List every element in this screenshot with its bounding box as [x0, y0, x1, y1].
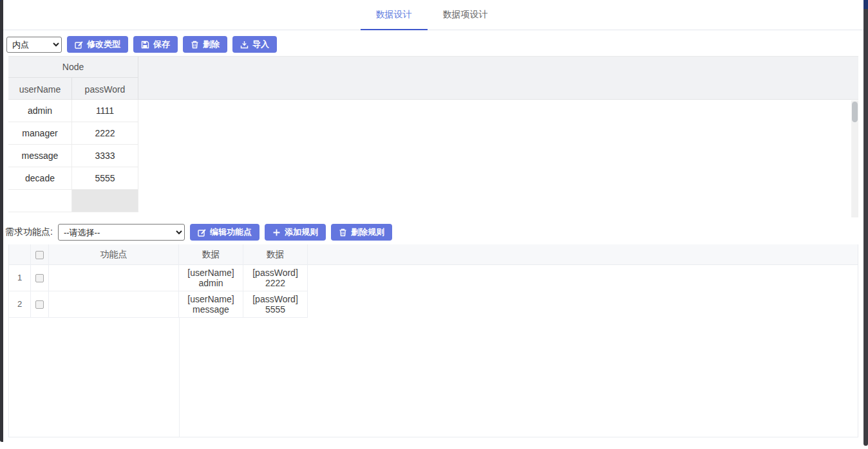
table-row: [8, 190, 138, 212]
table-row: manager 2222: [8, 122, 138, 145]
cell-username[interactable]: admin: [8, 100, 72, 122]
tab-data-item-design[interactable]: 数据项设计: [428, 0, 504, 30]
cell-function-point[interactable]: [49, 265, 179, 291]
app-page: 数据设计 数据项设计 内点 修改类型 保存 删除: [0, 0, 868, 449]
tab-bar: 数据设计 数据项设计: [0, 0, 863, 30]
import-icon: [240, 41, 249, 49]
tab-data-design[interactable]: 数据设计: [361, 0, 428, 30]
table-row: message 3333: [8, 145, 138, 167]
save-icon: [141, 41, 149, 49]
window-edge-top-right: [863, 0, 868, 9]
edit-icon: [75, 41, 83, 49]
row-number: 1: [9, 265, 31, 291]
save-label: 保存: [153, 39, 170, 50]
cell-data2[interactable]: [passWord] 2222: [243, 265, 308, 291]
add-rule-label: 添加规则: [285, 226, 318, 238]
cell-password[interactable]: 2222: [72, 122, 138, 145]
vertical-scrollbar[interactable]: [851, 100, 858, 217]
cell-data1[interactable]: [userName] message: [179, 291, 243, 318]
cell-password[interactable]: 1111: [72, 100, 138, 122]
rule-table-header: 功能点 数据 数据: [9, 244, 858, 265]
row-number: 2: [9, 291, 31, 318]
trash-icon: [339, 228, 347, 237]
window-edge-left: [0, 0, 3, 442]
cell-username[interactable]: message: [8, 145, 72, 167]
cell-password[interactable]: 3333: [72, 145, 138, 167]
rule-table: 功能点 数据 数据 1 [userName] admin [passWord] …: [8, 244, 858, 437]
table-row: 2 [userName] message [passWord] 5555: [9, 291, 858, 318]
delete-rule-label: 删除规则: [351, 226, 384, 238]
window-edge-right: [863, 0, 868, 446]
row-checkbox[interactable]: [35, 274, 44, 282]
cell-username[interactable]: manager: [8, 122, 72, 145]
cell-username[interactable]: decade: [8, 167, 72, 190]
table-row: decade 5555: [8, 167, 138, 190]
add-rule-button[interactable]: 添加规则: [265, 224, 326, 241]
row-checkbox[interactable]: [35, 300, 44, 309]
cell-password-selected[interactable]: [72, 190, 138, 212]
delete-rule-button[interactable]: 删除规则: [331, 224, 392, 241]
row-number-column-header: [9, 244, 31, 265]
function-point-column-header[interactable]: 功能点: [49, 244, 179, 265]
cell-function-point[interactable]: [49, 291, 179, 318]
cell-password[interactable]: 5555: [72, 167, 138, 190]
data2-column-header[interactable]: 数据: [243, 244, 308, 265]
row-select-cell: [31, 265, 49, 291]
column-divider: [179, 318, 180, 437]
function-point-select[interactable]: --请选择--: [58, 224, 185, 241]
rule-toolbar: 需求功能点: --请选择-- 编辑功能点 添加规则 删除规则: [5, 224, 392, 241]
node-table-body: admin 1111 manager 2222 message 3333 dec…: [8, 100, 138, 212]
node-group-header: Node: [8, 57, 138, 78]
modify-type-button[interactable]: 修改类型: [67, 36, 128, 53]
plus-icon: [272, 228, 281, 237]
select-all-checkbox[interactable]: [35, 251, 44, 259]
scrollbar-thumb[interactable]: [852, 102, 858, 122]
table-row: admin 1111: [8, 100, 138, 122]
cell-username[interactable]: [8, 190, 72, 212]
row-select-cell: [31, 291, 49, 318]
edit-function-point-label: 编辑功能点: [210, 226, 252, 238]
import-label: 导入: [252, 39, 269, 50]
node-table-header: Node userName passWord: [8, 56, 858, 100]
edit-icon: [198, 228, 206, 237]
modify-type-label: 修改类型: [87, 39, 120, 50]
node-type-select[interactable]: 内点: [6, 37, 62, 53]
cell-data1[interactable]: [userName] admin: [179, 265, 243, 291]
edit-function-point-button[interactable]: 编辑功能点: [190, 224, 259, 241]
node-toolbar: 内点 修改类型 保存 删除 导入: [6, 36, 277, 53]
trash-icon: [191, 41, 199, 49]
import-button[interactable]: 导入: [232, 36, 277, 53]
cell-data2[interactable]: [passWord] 5555: [243, 291, 308, 318]
save-button[interactable]: 保存: [133, 36, 178, 53]
delete-button[interactable]: 删除: [183, 36, 227, 53]
data1-column-header[interactable]: 数据: [179, 244, 243, 265]
select-all-cell: [31, 244, 49, 265]
table-row: 1 [userName] admin [passWord] 2222: [9, 265, 858, 291]
delete-label: 删除: [203, 39, 220, 50]
username-column-header[interactable]: userName: [8, 78, 72, 100]
function-point-label: 需求功能点:: [5, 226, 53, 238]
password-column-header[interactable]: passWord: [72, 78, 138, 100]
